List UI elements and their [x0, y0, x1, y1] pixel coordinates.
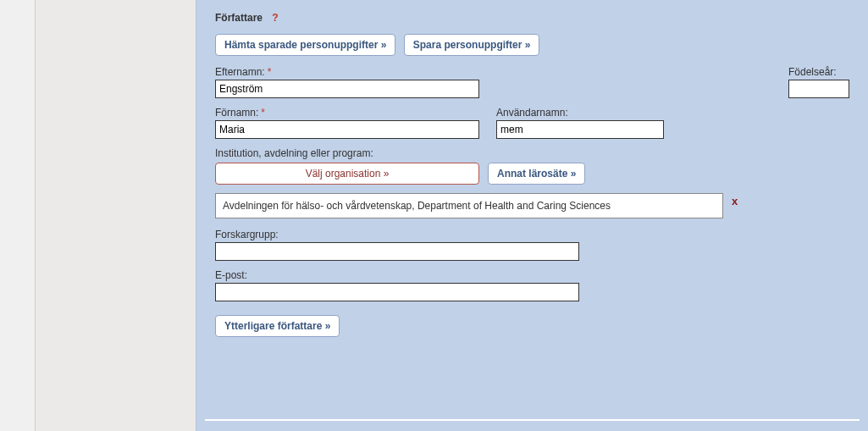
- org-button-row: Välj organisation » Annat lärosäte »: [215, 163, 849, 185]
- label-researchgroup: Forskargrupp:: [215, 229, 849, 240]
- org-box: Avdelningen för hälso- och vårdvetenskap…: [215, 193, 723, 218]
- firstname-input[interactable]: [215, 120, 479, 139]
- birthyear-input[interactable]: [788, 80, 849, 98]
- more-authors-button[interactable]: Ytterligare författare »: [215, 315, 340, 337]
- username-input[interactable]: [496, 120, 664, 139]
- sidebar: [36, 0, 196, 431]
- email-input[interactable]: [215, 283, 579, 301]
- row-name-birth: Efternamn:* Födelseår:: [215, 66, 849, 98]
- label-firstname: Förnamn:*: [215, 107, 479, 119]
- fetch-saved-button[interactable]: Hämta sparade personuppgifter »: [215, 34, 395, 56]
- row-firstname-username: Förnamn:* Användarnamn:: [215, 107, 849, 139]
- required-marker: *: [268, 66, 272, 78]
- remove-org-icon[interactable]: x: [732, 195, 738, 207]
- label-email: E-post:: [215, 269, 849, 281]
- label-lastname: Efternamn:*: [215, 66, 479, 78]
- section-title-row: Författare ?: [215, 12, 849, 24]
- left-gutter: [0, 0, 36, 431]
- bottom-divider: [205, 419, 860, 431]
- label-institution: Institution, avdelning eller program:: [215, 147, 849, 159]
- help-icon[interactable]: ?: [272, 12, 278, 24]
- label-username: Användarnamn:: [496, 107, 664, 119]
- field-researchgroup: Forskargrupp:: [215, 229, 849, 261]
- org-assignment-row: Avdelningen för hälso- och vårdvetenskap…: [215, 193, 849, 218]
- field-firstname: Förnamn:*: [215, 107, 479, 139]
- main-panel: Författare ? Hämta sparade personuppgift…: [196, 0, 868, 431]
- label-birthyear: Födelseår:: [788, 66, 849, 78]
- choose-org-button[interactable]: Välj organisation »: [215, 163, 479, 185]
- lastname-input[interactable]: [215, 80, 479, 98]
- more-authors-row: Ytterligare författare »: [215, 315, 849, 337]
- researchgroup-input[interactable]: [215, 242, 579, 261]
- save-personal-button[interactable]: Spara personuppgifter »: [404, 34, 540, 56]
- field-birthyear: Födelseår:: [788, 66, 849, 98]
- section-title: Författare: [215, 12, 263, 24]
- field-email: E-post:: [215, 269, 849, 301]
- other-uni-button[interactable]: Annat lärosäte »: [488, 163, 585, 185]
- required-marker: *: [261, 107, 265, 119]
- field-lastname: Efternamn:*: [215, 66, 479, 98]
- personal-buttons-row: Hämta sparade personuppgifter » Spara pe…: [215, 34, 849, 56]
- field-username: Användarnamn:: [496, 107, 664, 139]
